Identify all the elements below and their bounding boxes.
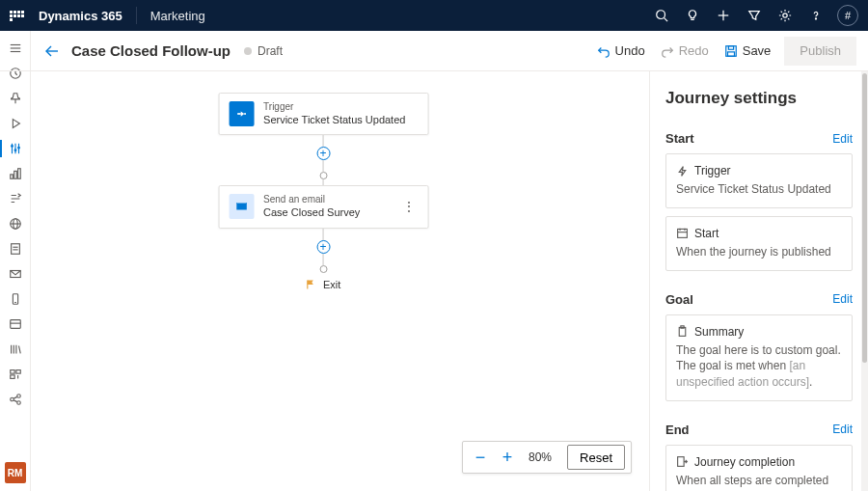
rail-mobile-icon[interactable] <box>0 287 31 311</box>
svg-rect-52 <box>244 113 246 115</box>
rail-analytics-icon[interactable] <box>0 162 31 185</box>
node-email-more-icon[interactable]: ⋮ <box>400 199 418 214</box>
svg-marker-12 <box>13 120 19 128</box>
zoom-out-button[interactable]: − <box>469 446 492 469</box>
add-node-button[interactable]: + <box>316 147 330 160</box>
box-trigger-value: Service Ticket Status Updated <box>676 181 842 198</box>
svg-marker-54 <box>679 166 686 176</box>
publish-button: Publish <box>784 37 856 66</box>
connector <box>323 229 324 240</box>
svg-line-45 <box>14 400 17 402</box>
exit-icon <box>676 455 689 468</box>
section-end-heading: End <box>665 423 690 437</box>
status-badge: Draft <box>244 44 283 58</box>
svg-rect-48 <box>728 45 733 49</box>
svg-line-36 <box>18 346 20 354</box>
svg-rect-49 <box>727 51 734 55</box>
scrollbar[interactable] <box>861 71 868 491</box>
user-avatar[interactable]: # <box>837 5 858 26</box>
app-launcher-icon[interactable] <box>10 11 25 21</box>
box-summary-label: Summary <box>694 325 744 339</box>
svg-rect-20 <box>14 171 16 178</box>
journey-canvas[interactable]: Trigger Service Ticket Status Updated + … <box>31 71 649 491</box>
svg-rect-31 <box>10 320 20 329</box>
settings-panel: Journey settings Start Edit Trigger Serv… <box>649 71 868 491</box>
nav-divider <box>136 7 137 24</box>
connector-join <box>319 172 327 179</box>
zoom-control: − + 80% Reset <box>462 441 632 474</box>
node-trigger-value: Service Ticket Status Updated <box>263 113 405 126</box>
brand-label: Dynamics 365 <box>39 9 122 23</box>
flow-column: Trigger Service Ticket Status Updated + … <box>218 93 428 290</box>
undo-label: Undo <box>615 43 645 58</box>
rail-play-icon[interactable] <box>0 112 31 135</box>
section-start-heading: Start <box>665 131 694 146</box>
search-icon[interactable] <box>646 0 677 31</box>
rail-segments-icon[interactable] <box>0 363 31 386</box>
svg-rect-37 <box>10 370 14 374</box>
lightbulb-icon[interactable] <box>677 0 708 31</box>
box-trigger: Trigger Service Ticket Status Updated <box>665 153 853 208</box>
main-area: Trigger Service Ticket Status Updated + … <box>31 71 868 491</box>
node-email-label: Send an email <box>263 194 360 205</box>
add-node-button[interactable]: + <box>316 240 330 254</box>
rail-document-icon[interactable] <box>0 237 31 260</box>
svg-rect-38 <box>15 370 19 374</box>
node-trigger-label: Trigger <box>263 101 405 113</box>
add-icon[interactable] <box>708 0 739 31</box>
node-trigger[interactable]: Trigger Service Ticket Status Updated <box>218 93 428 135</box>
rail-user-badge[interactable]: RM <box>5 462 26 483</box>
section-start-edit[interactable]: Edit <box>832 132 853 146</box>
rail-forms-icon[interactable] <box>0 313 31 336</box>
rail-globe-icon[interactable] <box>0 212 31 235</box>
svg-point-6 <box>815 18 816 19</box>
module-label: Marketing <box>150 9 205 23</box>
left-rail: RM <box>0 31 31 491</box>
section-goal-edit[interactable]: Edit <box>832 292 853 306</box>
zoom-in-button[interactable]: + <box>496 446 519 469</box>
help-icon[interactable] <box>800 0 831 31</box>
section-goal: Goal Edit Summary The goal here is to cu… <box>665 292 853 401</box>
trigger-icon <box>229 101 254 126</box>
connector <box>323 135 324 147</box>
redo-button: Redo <box>653 37 717 66</box>
box-start: Start When the journey is published <box>665 216 853 271</box>
global-nav: Dynamics 365 Marketing # <box>0 0 868 31</box>
svg-rect-50 <box>237 113 241 115</box>
save-button[interactable]: Save <box>717 37 779 66</box>
undo-button[interactable]: Undo <box>589 37 653 66</box>
connector-join <box>319 265 327 273</box>
node-exit: Exit <box>306 279 340 290</box>
rail-flows-icon[interactable] <box>0 187 31 210</box>
svg-rect-39 <box>10 375 14 379</box>
section-end: End Edit Journey completion When all ste… <box>665 423 853 491</box>
filter-icon[interactable] <box>739 0 770 31</box>
zoom-value: 80% <box>523 450 557 464</box>
svg-line-44 <box>14 396 17 398</box>
redo-label: Redo <box>679 43 709 58</box>
svg-point-41 <box>10 397 14 401</box>
node-email-value: Case Closed Survey <box>263 205 360 219</box>
back-button[interactable] <box>39 38 66 65</box>
zoom-reset-button[interactable]: Reset <box>567 445 625 470</box>
svg-rect-21 <box>17 169 20 179</box>
exit-label: Exit <box>323 279 340 290</box>
settings-icon[interactable] <box>770 0 800 31</box>
rail-journeys-icon[interactable] <box>0 137 31 160</box>
svg-point-5 <box>783 14 787 17</box>
svg-rect-19 <box>10 175 13 178</box>
node-email[interactable]: Send an email Case Closed Survey ⋮ <box>218 185 428 228</box>
rail-connections-icon[interactable] <box>0 388 31 411</box>
connector <box>323 160 324 172</box>
panel-title: Journey settings <box>665 89 853 108</box>
save-label: Save <box>743 43 772 58</box>
box-start-value: When the journey is published <box>676 244 842 260</box>
section-end-edit[interactable]: Edit <box>832 423 853 436</box>
rail-mail-icon[interactable] <box>0 262 31 286</box>
box-summary-value: The goal here is to custom goal. The goa… <box>676 342 842 391</box>
box-summary: Summary The goal here is to custom goal.… <box>665 314 853 401</box>
clipboard-icon <box>676 325 689 338</box>
rail-pinned-icon[interactable] <box>0 87 31 110</box>
rail-library-icon[interactable] <box>0 338 31 361</box>
page-title: Case Closed Follow-up <box>71 42 231 59</box>
